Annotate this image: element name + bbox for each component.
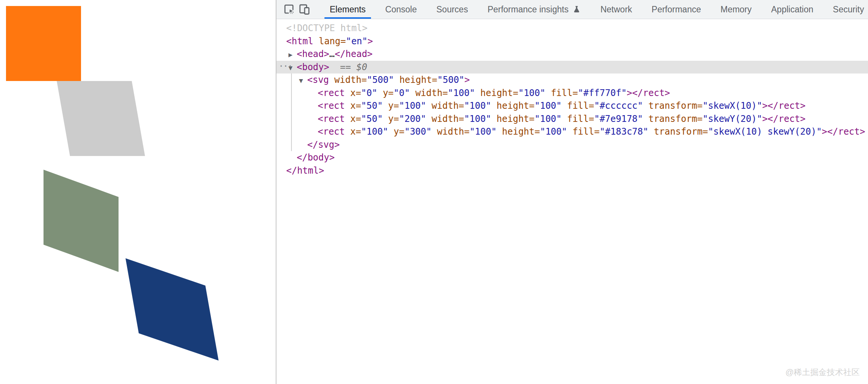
code-token: </svg> (307, 140, 340, 150)
row-doctype[interactable]: <!DOCTYPE html> (276, 22, 868, 35)
code-token: <rect (318, 126, 345, 137)
code-token: … (329, 49, 335, 59)
tab-label: Performance insights (488, 4, 569, 15)
code-token: == (329, 62, 356, 72)
code-token: "100" (540, 126, 567, 137)
row-rect-4[interactable]: <rect x="100" y="300" width="100" height… (276, 125, 868, 138)
code-token: height= (491, 100, 535, 111)
row-svg-close[interactable]: </svg> (276, 138, 868, 152)
code-token: height= (491, 114, 535, 124)
code-token: width= (426, 100, 464, 111)
code-token: fill= (567, 126, 600, 137)
code-token: <!DOCTYPE html> (286, 23, 368, 33)
code-token: "100" (399, 100, 426, 111)
watermark-text: @稀土掘金技术社区 (785, 367, 860, 378)
code-token: </body> (297, 152, 335, 163)
code-token: "100" (448, 88, 475, 98)
row-svg-open[interactable]: ▼<svg width="500" height="500"> (276, 74, 868, 87)
row-body-close[interactable]: </body> (276, 151, 868, 164)
toolbar-icon-group (276, 0, 312, 19)
tab-memory[interactable]: Memory (711, 0, 761, 19)
code-token: y= (377, 88, 393, 98)
code-token: <body> (297, 62, 329, 72)
code-token: "300" (404, 126, 431, 137)
row-rect-3[interactable]: <rect x="50" y="200" width="100" height=… (276, 112, 868, 126)
code-token: <rect (318, 100, 345, 111)
code-token: "skewY(20)" (703, 114, 762, 124)
code-token: <svg (307, 75, 329, 85)
tab-label: Elements (330, 4, 366, 15)
code-token: ></rect> (762, 100, 806, 111)
row-rect-1[interactable]: <rect x="0" y="0" width="100" height="10… (276, 87, 868, 100)
more-options-icon[interactable]: ··· (278, 60, 292, 73)
disclosure-right-icon[interactable]: ▶ (288, 48, 297, 62)
code-token: "200" (399, 114, 426, 124)
tab-security[interactable]: Security (823, 0, 868, 19)
code-token: "100" (535, 100, 562, 111)
code-token: fill= (545, 88, 578, 98)
row-rect-2[interactable]: <rect x="50" y="100" width="100" height=… (276, 99, 868, 112)
row-body-open[interactable]: ···▼<body> == $0 (276, 61, 868, 74)
code-token: </html> (286, 165, 324, 176)
code-token: "#183c78" (599, 126, 648, 137)
code-token: "0" (393, 88, 410, 98)
tab-console[interactable]: Console (375, 0, 426, 19)
tab-elements[interactable]: Elements (320, 0, 375, 19)
disclosure-down-icon[interactable]: ▼ (299, 74, 307, 87)
code-token: "100" (464, 114, 491, 124)
tab-sources[interactable]: Sources (426, 0, 478, 19)
code-token: "500" (437, 75, 464, 85)
code-token: x= (345, 114, 361, 124)
code-token: x= (345, 126, 361, 137)
code-token: "100" (535, 114, 562, 124)
preview-rect-4 (126, 258, 219, 361)
tab-label: Network (601, 4, 632, 15)
tab-performance[interactable]: Performance (642, 0, 711, 19)
code-token: lang= (313, 36, 346, 46)
code-token: ></rect> (822, 126, 865, 137)
device-toolbar-icon[interactable] (297, 2, 312, 17)
code-token: height= (475, 88, 518, 98)
code-token: "#cccccc" (594, 100, 643, 111)
code-token: transform= (643, 100, 703, 111)
code-token: "500" (367, 75, 394, 85)
code-token: width= (426, 114, 464, 124)
tab-label: Performance (652, 4, 701, 15)
code-token: "50" (361, 100, 383, 111)
rendered-page-pane (0, 0, 276, 384)
devtools-toolbar: ElementsConsoleSourcesPerformance insigh… (276, 0, 868, 19)
code-token: y= (388, 126, 404, 137)
code-token: transform= (643, 114, 703, 124)
row-html-open[interactable]: <html lang="en"> (276, 35, 868, 48)
code-token: width= (410, 88, 448, 98)
row-head[interactable]: ▶<head>…</head> (276, 48, 868, 61)
tab-performance-insights[interactable]: Performance insights (478, 0, 591, 19)
code-token: "#ff770f" (578, 88, 627, 98)
tab-label: Security (833, 4, 864, 15)
tab-application[interactable]: Application (761, 0, 823, 19)
code-token: <rect (318, 114, 345, 124)
code-token: "0" (361, 88, 377, 98)
code-token: height= (394, 75, 437, 85)
code-token: transform= (648, 126, 708, 137)
devtools-panel: ElementsConsoleSourcesPerformance insigh… (276, 0, 868, 384)
tab-network[interactable]: Network (591, 0, 642, 19)
code-token: > (368, 36, 373, 46)
code-token: x= (345, 88, 361, 98)
code-token: "en" (346, 36, 368, 46)
preview-rect-1 (6, 6, 81, 81)
screenshot-root: ElementsConsoleSourcesPerformance insigh… (0, 0, 868, 384)
code-token: x= (345, 100, 361, 111)
code-token: "100" (361, 126, 388, 137)
code-token: "100" (464, 100, 491, 111)
inspect-icon[interactable] (282, 2, 297, 17)
code-token: $0 (356, 62, 367, 72)
devtools-tabs: ElementsConsoleSourcesPerformance insigh… (320, 0, 868, 19)
dom-tree: <!DOCTYPE html><html lang="en">▶<head>…<… (276, 19, 868, 177)
row-html-close[interactable]: </html> (276, 164, 868, 177)
code-token: <rect (318, 88, 345, 98)
code-token: width= (431, 126, 469, 137)
code-token: "50" (361, 114, 383, 124)
code-token: y= (383, 100, 399, 111)
preview-rect-2 (57, 81, 145, 156)
